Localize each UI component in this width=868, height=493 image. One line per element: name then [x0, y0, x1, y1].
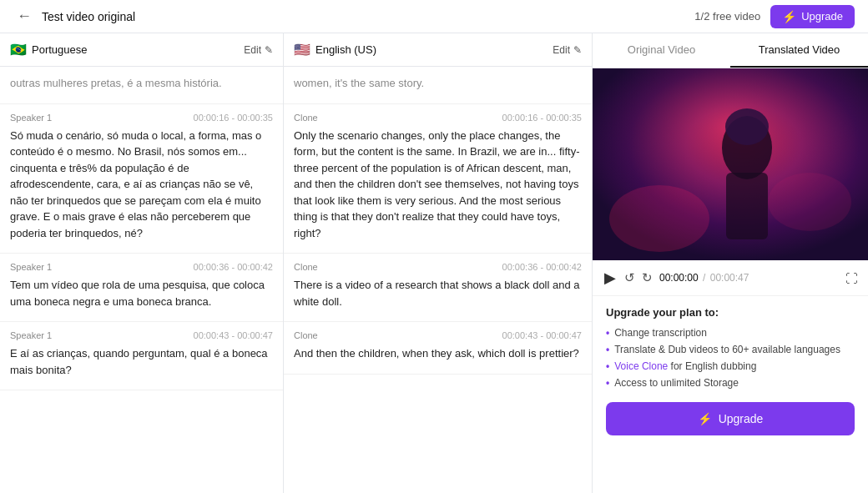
- col-portuguese-header: 🇧🇷 Portuguese Edit ✎: [0, 33, 283, 67]
- upgrade-item-0-text: Change transcription: [614, 327, 707, 339]
- subtitles-panel: 🇧🇷 Portuguese Edit ✎ outras mulheres pre…: [0, 33, 593, 493]
- pt-text-1: Só muda o cenário, só muda o local, a fo…: [10, 128, 273, 242]
- edit-label-en: Edit: [553, 44, 570, 56]
- tab-original-video[interactable]: Original Video: [593, 33, 730, 68]
- en-meta-1: Clone 00:00:16 - 00:00:35: [294, 113, 582, 123]
- pt-block-2: Speaker 1 00:00:36 - 00:00:42 Tem um víd…: [0, 254, 283, 322]
- svg-point-4: [725, 108, 769, 145]
- pt-text-2: Tem um vídeo que rola de uma pesquisa, q…: [10, 277, 273, 309]
- time-display: 00:00:00 / 00:00:47: [659, 272, 839, 284]
- upgrade-title: Upgrade your plan to:: [606, 306, 855, 319]
- page-title: Test video original: [42, 10, 135, 23]
- pt-text-0: outras mulheres pretas, é a mesma histór…: [10, 75, 273, 92]
- upgrade-panel: Upgrade your plan to: Change transcripti…: [593, 296, 868, 493]
- top-bar-right: 1/2 free video ⚡ Upgrade: [694, 5, 855, 28]
- upgrade-panel-label: Upgrade: [719, 412, 764, 425]
- tab-original-label: Original Video: [628, 43, 695, 56]
- edit-icon-en: ✎: [573, 44, 582, 56]
- video-thumbnail: [593, 68, 868, 260]
- upgrade-item-0: Change transcription: [606, 327, 855, 339]
- en-speaker-3: Clone: [294, 330, 318, 340]
- time-total: 00:00:47: [710, 272, 749, 284]
- en-time-1: 00:00:16 - 00:00:35: [502, 113, 582, 123]
- en-meta-3: Clone 00:00:43 - 00:00:47: [294, 330, 582, 340]
- en-block-0: women, it's the same story.: [284, 67, 592, 104]
- en-block-2: Clone 00:00:36 - 00:00:42 There is a vid…: [284, 254, 592, 322]
- pt-block-1: Speaker 1 00:00:16 - 00:00:35 Só muda o …: [0, 104, 283, 254]
- upgrade-button-panel[interactable]: ⚡ Upgrade: [606, 402, 855, 435]
- video-visual: [593, 68, 868, 260]
- english-lang-name: English (US): [315, 43, 376, 56]
- col-english-header: 🇺🇸 English (US) Edit ✎: [284, 33, 592, 67]
- pt-block-0: outras mulheres pretas, é a mesma histór…: [0, 67, 283, 104]
- upgrade-item-2: Voice Clone for English dubbing: [606, 360, 855, 372]
- col-english: 🇺🇸 English (US) Edit ✎ women, it's the s…: [284, 33, 592, 493]
- svg-point-6: [768, 173, 851, 231]
- en-text-1: Only the scenario changes, only the plac…: [294, 128, 582, 242]
- upgrade-item-2-text: Voice Clone for English dubbing: [614, 360, 756, 372]
- forward-button[interactable]: ↻: [642, 270, 653, 285]
- video-area: [593, 68, 868, 260]
- col-portuguese: 🇧🇷 Portuguese Edit ✎ outras mulheres pre…: [0, 33, 284, 493]
- pt-block-3: Speaker 1 00:00:43 - 00:00:47 E aí as cr…: [0, 322, 283, 390]
- back-button[interactable]: ←: [13, 8, 35, 25]
- edit-icon-pt: ✎: [265, 44, 273, 56]
- svg-point-5: [609, 185, 709, 252]
- svg-rect-3: [726, 173, 768, 239]
- pt-speaker-1: Speaker 1: [10, 113, 52, 123]
- pt-meta-1: Speaker 1 00:00:16 - 00:00:35: [10, 113, 273, 123]
- english-edit-button[interactable]: Edit ✎: [553, 44, 582, 56]
- en-time-2: 00:00:36 - 00:00:42: [502, 262, 582, 272]
- en-time-3: 00:00:43 - 00:00:47: [502, 330, 582, 340]
- pt-text-3: E aí as crianças, quando perguntam, qual…: [10, 345, 273, 378]
- pt-meta-3: Speaker 1 00:00:43 - 00:00:47: [10, 330, 273, 340]
- portuguese-lang-name: Portuguese: [32, 43, 88, 56]
- time-separator: /: [703, 272, 705, 284]
- portuguese-lang-label: 🇧🇷 Portuguese: [10, 42, 88, 58]
- en-block-3: Clone 00:00:43 - 00:00:47 And then the c…: [284, 322, 592, 375]
- tab-translated-video[interactable]: Translated Video: [730, 33, 868, 68]
- time-current: 00:00:00: [659, 272, 699, 284]
- en-text-0: women, it's the same story.: [294, 75, 582, 92]
- portuguese-flag-icon: 🇧🇷: [10, 42, 27, 58]
- english-lang-label: 🇺🇸 English (US): [294, 42, 376, 58]
- upgrade-bolt-icon: ⚡: [698, 412, 712, 425]
- top-bar: ← Test video original 1/2 free video ⚡ U…: [0, 0, 868, 33]
- video-controls: ▶ ↺ ↻ 00:00:00 / 00:00:47 ⛶: [593, 260, 868, 296]
- upgrade-button-top[interactable]: ⚡ Upgrade: [770, 5, 855, 28]
- upgrade-item-2-highlight: Voice Clone: [614, 360, 668, 372]
- upgrade-item-1: Translate & Dub videos to 60+ available …: [606, 344, 855, 355]
- top-bar-left: ← Test video original: [13, 8, 135, 25]
- english-flag-icon: 🇺🇸: [294, 42, 310, 58]
- right-panel: Original Video Translated Video: [593, 33, 868, 493]
- pt-time-3: 00:00:43 - 00:00:47: [194, 330, 273, 340]
- en-text-2: There is a video of a research that show…: [294, 277, 582, 309]
- en-speaker-1: Clone: [294, 113, 318, 123]
- upgrade-item-3-text: Access to unlimited Storage: [614, 377, 739, 389]
- pt-speaker-2: Speaker 1: [10, 262, 52, 272]
- bolt-icon: ⚡: [782, 10, 796, 23]
- edit-label-pt: Edit: [244, 44, 261, 56]
- fullscreen-button[interactable]: ⛶: [845, 271, 858, 285]
- upgrade-label-top: Upgrade: [801, 10, 843, 23]
- portuguese-edit-button[interactable]: Edit ✎: [244, 44, 273, 56]
- upgrade-item-3: Access to unlimited Storage: [606, 377, 855, 389]
- en-text-3: And then the children, when they ask, wh…: [294, 345, 582, 362]
- en-block-1: Clone 00:00:16 - 00:00:35 Only the scena…: [284, 104, 592, 254]
- video-tabs: Original Video Translated Video: [593, 33, 868, 68]
- play-button[interactable]: ▶: [603, 267, 618, 289]
- rewind-button[interactable]: ↺: [624, 270, 635, 285]
- pt-time-2: 00:00:36 - 00:00:42: [194, 262, 273, 272]
- free-badge: 1/2 free video: [694, 10, 760, 23]
- upgrade-item-1-text: Translate & Dub videos to 60+ available …: [614, 344, 840, 355]
- pt-time-1: 00:00:16 - 00:00:35: [194, 113, 273, 123]
- pt-meta-2: Speaker 1 00:00:36 - 00:00:42: [10, 262, 273, 272]
- tab-translated-label: Translated Video: [759, 43, 840, 56]
- en-meta-2: Clone 00:00:36 - 00:00:42: [294, 262, 582, 272]
- main-content: 🇧🇷 Portuguese Edit ✎ outras mulheres pre…: [0, 33, 868, 493]
- pt-speaker-3: Speaker 1: [10, 330, 52, 340]
- en-speaker-2: Clone: [294, 262, 318, 272]
- upgrade-list: Change transcription Translate & Dub vid…: [606, 327, 855, 389]
